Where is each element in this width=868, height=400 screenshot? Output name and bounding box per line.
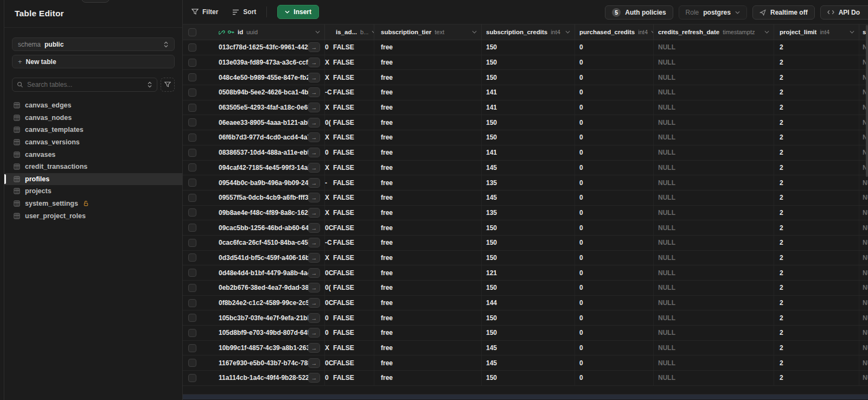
expand-row-button[interactable]: → <box>308 148 320 157</box>
cell-refresh[interactable]: NULL <box>654 265 774 280</box>
cell-tier[interactable]: free <box>374 251 482 265</box>
cell-credits[interactable]: 144 <box>482 296 575 310</box>
cell-is_admin[interactable]: FALSE <box>331 130 374 145</box>
schema-select[interactable]: schema public <box>12 37 175 51</box>
cell-limit[interactable]: 2 <box>774 145 859 160</box>
row-checkbox[interactable] <box>188 104 196 112</box>
column-menu-chevron-icon[interactable] <box>850 30 854 34</box>
cell-limit[interactable]: 2 <box>774 206 859 220</box>
cell-tier[interactable]: free <box>374 40 482 55</box>
cell-id[interactable]: 06eaee33-8905-4aaa-b121-ab552...→ <box>214 115 325 130</box>
cell-id[interactable]: 105d8bf9-e703-49bd-807d-645e...→ <box>214 326 325 340</box>
cell-purchased[interactable]: 0 <box>575 296 654 310</box>
row-checkbox[interactable] <box>188 179 196 187</box>
cell-limit[interactable]: 2 <box>774 236 859 250</box>
row-checkbox[interactable] <box>188 374 196 382</box>
cell-purchased[interactable]: 0 <box>575 265 654 280</box>
expand-row-button[interactable]: → <box>308 268 320 278</box>
vertical-scrollbar[interactable] <box>866 25 868 177</box>
cell-credits[interactable]: 135 <box>482 175 575 190</box>
row-checkbox[interactable] <box>188 194 196 202</box>
horizontal-scrollbar[interactable] <box>183 395 868 399</box>
cell-credits[interactable]: 145 <box>482 355 575 370</box>
new-table-button[interactable]: + New table <box>12 55 175 68</box>
cell-refresh[interactable]: NULL <box>654 310 774 325</box>
cell-credits[interactable]: 145 <box>482 341 575 355</box>
cell-limit[interactable]: 2 <box>774 70 859 85</box>
cell-purchased[interactable]: 0 <box>575 310 654 325</box>
cell-extra[interactable]: NULL <box>859 175 868 190</box>
cell-frag[interactable]: 0C <box>325 220 331 235</box>
row-checkbox[interactable] <box>188 163 196 172</box>
cell-refresh[interactable]: NULL <box>654 341 774 355</box>
cell-purchased[interactable]: 0 <box>575 55 654 70</box>
cell-credits[interactable]: 150 <box>482 70 575 85</box>
cell-id[interactable]: 09544b0c-ba9b-496a-9b09-244...→ <box>214 175 325 190</box>
cell-purchased[interactable]: 0 <box>575 371 654 385</box>
expand-row-button[interactable]: → <box>308 238 320 247</box>
cell-is_admin[interactable]: FALSE <box>331 296 374 310</box>
column-header-purchased_credits[interactable]: purchased_creditsint4 <box>575 24 654 40</box>
cell-frag[interactable]: -C <box>325 85 331 100</box>
cell-credits[interactable]: 150 <box>482 281 575 295</box>
cell-tier[interactable]: free <box>374 70 482 85</box>
row-checkbox[interactable] <box>188 118 196 126</box>
expand-row-button[interactable]: → <box>308 132 320 142</box>
row-checkbox[interactable] <box>188 329 196 337</box>
cell-extra[interactable]: NULL <box>859 371 868 385</box>
cell-refresh[interactable]: NULL <box>654 236 774 250</box>
cell-limit[interactable]: 2 <box>774 85 859 100</box>
cell-id[interactable]: 048c4e50-b989-455e-847e-fb2f...→ <box>214 70 325 85</box>
row-checkbox[interactable] <box>188 43 196 52</box>
role-select-button[interactable]: Role postgres <box>679 5 747 20</box>
sidebar-table-item-canvas_nodes[interactable]: canvas_nodes <box>4 112 182 124</box>
cell-purchased[interactable]: 0 <box>575 145 654 160</box>
cell-id[interactable]: 0eb2b676-38ed-4ea7-9dad-38e6...→ <box>214 281 325 295</box>
cell-credits[interactable]: 141 <box>482 100 575 115</box>
cell-extra[interactable]: NULL <box>859 341 868 355</box>
sidebar-table-item-canvas_edges[interactable]: canvas_edges <box>4 99 182 112</box>
cell-tier[interactable]: free <box>374 326 482 340</box>
cell-refresh[interactable]: NULL <box>654 326 774 340</box>
row-checkbox[interactable] <box>188 269 196 277</box>
column-header-credits_refresh_date[interactable]: credits_refresh_datetimestamptz <box>654 24 774 40</box>
sidebar-table-item-projects[interactable]: projects <box>4 185 182 198</box>
cell-credits[interactable]: 150 <box>482 310 575 325</box>
cell-refresh[interactable]: NULL <box>654 251 774 265</box>
cell-purchased[interactable]: 0 <box>575 130 654 145</box>
cell-is_admin[interactable]: FALSE <box>331 236 374 250</box>
row-checkbox[interactable] <box>188 134 196 142</box>
cell-limit[interactable]: 2 <box>774 175 859 190</box>
cell-frag[interactable]: 0C <box>325 296 331 310</box>
expand-row-button[interactable]: → <box>308 87 320 97</box>
cell-is_admin[interactable]: FALSE <box>331 341 374 355</box>
cell-extra[interactable]: NULL <box>859 265 868 280</box>
row-checkbox[interactable] <box>188 88 196 97</box>
cell-frag[interactable]: X <box>325 130 331 145</box>
sidebar-table-item-credit_transactions[interactable]: credit_transactions <box>4 161 182 173</box>
cell-limit[interactable]: 2 <box>774 281 859 295</box>
cell-limit[interactable]: 2 <box>774 326 859 340</box>
row-checkbox[interactable] <box>188 208 196 217</box>
cell-purchased[interactable]: 0 <box>575 251 654 265</box>
cell-extra[interactable]: NULL <box>859 251 868 265</box>
cell-frag[interactable]: X <box>325 206 331 220</box>
cell-purchased[interactable]: 0 <box>575 70 654 85</box>
cell-id[interactable]: 0cac6fca-26cf-4510-84ba-c4580...→ <box>214 236 325 250</box>
cell-limit[interactable]: 2 <box>774 191 859 205</box>
cell-tier[interactable]: free <box>374 355 482 370</box>
cell-credits[interactable]: 150 <box>482 115 575 130</box>
expand-row-button[interactable]: → <box>308 178 320 188</box>
select-all-checkbox[interactable] <box>188 28 196 36</box>
cell-refresh[interactable]: NULL <box>654 70 774 85</box>
cell-credits[interactable]: 150 <box>482 40 575 55</box>
cell-frag[interactable]: 0C <box>325 265 331 280</box>
api-docs-button[interactable]: API Do <box>820 5 868 20</box>
cell-credits[interactable]: 135 <box>482 206 575 220</box>
cell-credits[interactable]: 145 <box>482 191 575 205</box>
column-menu-chevron-icon[interactable] <box>315 30 320 34</box>
expand-row-button[interactable]: → <box>308 253 320 263</box>
cell-extra[interactable]: NULL <box>859 296 868 310</box>
cell-frag[interactable]: 0C <box>325 355 331 370</box>
cell-refresh[interactable]: NULL <box>654 206 774 220</box>
